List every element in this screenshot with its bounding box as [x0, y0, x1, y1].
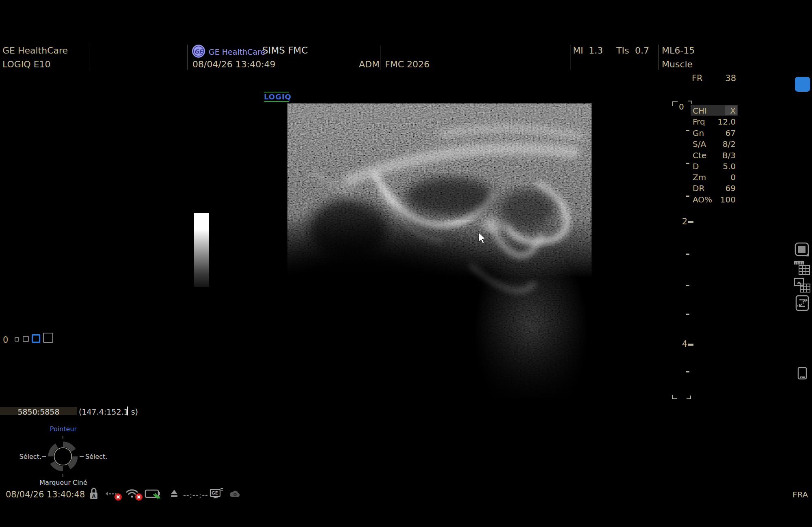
param-label-cte: Cte: [693, 151, 706, 160]
param-label-dr: DR: [693, 183, 704, 193]
language-indicator: FRA: [793, 490, 808, 499]
statusbar-datetime: 08/04/26 13:40:48: [6, 490, 85, 499]
param-label-d: D: [693, 161, 699, 171]
exam-name: FMC 2026: [385, 59, 430, 69]
mi-label: MI: [573, 45, 583, 56]
param-value-chi: X: [715, 106, 736, 116]
wireless-probe-disconnected-icon: [105, 489, 123, 503]
caps-lock-letter: A: [92, 493, 96, 499]
param-value-dr: 69: [715, 183, 736, 193]
logiq-text: LOGIQ: [264, 92, 289, 101]
header-divider: [658, 45, 659, 70]
trackball-ring[interactable]: [43, 435, 83, 480]
depth-zero-label: 0: [679, 102, 684, 112]
ge-wordmark: GE HealthCare: [209, 47, 265, 56]
remote-service-icon: GE: [209, 487, 224, 502]
header-divider: [187, 45, 188, 70]
ultrasound-screen: GE HealthCare LOGIQ E10 GE GE HealthCare…: [0, 0, 812, 527]
facility-name: SIMS FMC: [262, 45, 308, 56]
size-option-medium[interactable]: [23, 336, 29, 342]
measure-worksheet-button[interactable]: [793, 260, 810, 277]
tis-label: TIs: [616, 45, 629, 56]
touch-indicator-square[interactable]: [795, 77, 810, 92]
ruler-tick: [686, 314, 689, 315]
trackball-right-function: Sélect.: [85, 453, 107, 460]
param-label-gn: Gn: [693, 128, 704, 138]
trackball-top-function: Pointeur: [43, 425, 84, 433]
size-option-small[interactable]: [15, 337, 19, 342]
data-transfer-button[interactable]: [795, 295, 810, 313]
battery-charging-icon: [145, 489, 163, 502]
ruler-tick: [686, 285, 689, 286]
ge-monogram: GE: [194, 48, 203, 55]
wifi-disconnected-icon: [125, 488, 144, 503]
param-value-frq: 12.0: [715, 117, 736, 127]
ultrasound-image[interactable]: [287, 103, 592, 400]
param-label-chi: CHI: [693, 106, 707, 116]
size-option-selected[interactable]: [32, 334, 40, 343]
param-value-zm: 0: [715, 172, 736, 182]
ge-logo: GE: [192, 44, 205, 60]
compare-review-button[interactable]: [794, 277, 811, 295]
param-value-gn: 67: [715, 128, 736, 138]
ruler-tick: [686, 371, 689, 372]
display-layout-button[interactable]: [794, 242, 810, 260]
machine-model: LOGIQ E10: [2, 59, 51, 69]
param-value-cte: B/3: [715, 151, 736, 160]
header-divider: [380, 45, 380, 70]
ruler-tick: [686, 163, 689, 164]
size-option-large[interactable]: [43, 333, 53, 343]
mobile-device-icon[interactable]: [797, 367, 807, 381]
depth-4cm-label: 4: [674, 339, 687, 349]
ob-timer-text: --:--:--: [183, 490, 208, 499]
mi-value: 1.3: [589, 45, 603, 56]
preset-name: Muscle: [662, 59, 693, 69]
caps-lock-icon: A: [89, 487, 99, 502]
param-value-d: 5.0: [715, 161, 736, 171]
frame-rate-value: 38: [715, 73, 736, 83]
param-label-ao: AO%: [693, 195, 712, 204]
exam-datetime: 08/04/26 13:40:49: [192, 59, 276, 69]
probe-name: ML6-15: [662, 45, 695, 56]
remote-service-label: GE: [212, 490, 218, 495]
cloud-service-icon: [229, 489, 241, 500]
ruler-major-tick: [688, 221, 693, 223]
cine-time-range: (147.4:152.1 s): [79, 407, 138, 416]
param-label-sa: S/A: [693, 139, 706, 149]
grayscale-reference-bar: [194, 213, 209, 287]
tis-value: 0.7: [635, 45, 649, 56]
green-line-bottom: [264, 101, 289, 102]
operator-id: ADM: [359, 59, 380, 69]
cine-position-marker[interactable]: [127, 407, 128, 415]
ruler-tick: [686, 196, 689, 197]
eject-media-icon[interactable]: [170, 489, 178, 500]
trackball-bottom-function: Marqueur Ciné: [39, 479, 88, 486]
machine-brand: GE HealthCare: [2, 45, 68, 56]
header-divider: [570, 45, 570, 70]
ruler-major-tick: [688, 344, 693, 346]
frame-rate-label: FR: [692, 73, 703, 83]
right-function-dash: [80, 456, 84, 457]
trackball-left-function: Sélect.: [16, 453, 41, 460]
param-label-frq: Frq: [693, 117, 705, 127]
param-value-ao: 100: [715, 195, 736, 204]
ruler-tick: [686, 130, 689, 131]
depth-2cm-label: 2: [674, 217, 687, 226]
param-value-sa: 8/2: [715, 139, 736, 149]
left-function-dash: [42, 456, 46, 457]
thumbnail-index: 0: [3, 335, 8, 345]
ruler-tick: [686, 254, 689, 255]
image-logo-label: LOGIQ: [264, 92, 289, 102]
header-divider: [89, 45, 89, 70]
param-label-zm: Zm: [693, 172, 706, 182]
cine-frame-range: 5850:5858: [0, 407, 77, 416]
